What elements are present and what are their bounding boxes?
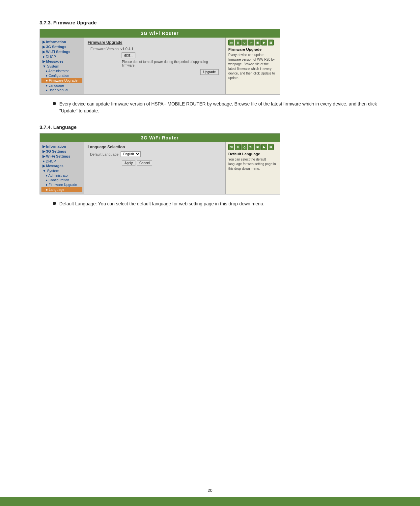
right-icons-1: 2G ▮ Q T+ ▣ ▶ ▤ [228, 40, 277, 45]
icon-2g-2: 2G [228, 144, 234, 150]
firmware-label: Firmware Version [88, 47, 121, 51]
icon-camera: ▣ [255, 40, 261, 45]
router-right-firmware: 2G ▮ Q T+ ▣ ▶ ▤ Firmware Upgrade Every d… [225, 38, 280, 94]
right-desc-language: You can select the default language for … [228, 157, 277, 171]
bullet-section-2: Default Language: You can select the def… [53, 200, 380, 207]
icon-play: ▶ [261, 40, 267, 45]
firmware-version-row: Firmware Version v1.0.4.1 [88, 47, 222, 51]
sidebar-item-information-2[interactable]: ▶ Information [42, 144, 82, 149]
right-title-firmware: Firmware Upgrade [228, 47, 277, 51]
icon-2g: 2G [228, 40, 234, 45]
apply-button[interactable]: Apply [122, 160, 135, 166]
sidebar-item-messages-1[interactable]: ▶ Messages [42, 59, 82, 64]
router-sidebar-2: ▶ Information ▶ 3G Settings ▶ Wi-Fi Sett… [40, 142, 84, 194]
sidebar-item-3g-2[interactable]: ▶ 3G Settings [42, 149, 82, 154]
page-content: 3.7.3. Firmware Upgrade 3G WiFi Router ▶… [0, 0, 420, 233]
icon-q: Q [241, 40, 247, 45]
sidebar-item-firmware-1[interactable]: ● Firmware Upgrade [42, 78, 82, 83]
bullet-item-1: Every device can update firmware version… [53, 101, 380, 114]
icon-grid: ▤ [268, 40, 274, 45]
sidebar-item-admin-1[interactable]: ● Administrator [42, 69, 82, 73]
right-desc-firmware: Every device can update firmware version… [228, 53, 277, 80]
sidebar-item-language-1[interactable]: ● Language [42, 83, 82, 88]
sidebar-item-usermanual-1[interactable]: ● User Manual [42, 88, 82, 92]
firmware-value: v1.0.4.1 [121, 47, 133, 51]
icon-camera-2: ▣ [255, 144, 261, 150]
bullet-dot-2 [53, 202, 56, 205]
router-box-language: 3G WiFi Router ▶ Information ▶ 3G Settin… [40, 133, 280, 194]
section-heading-language: 3.7.4. Language [40, 124, 380, 130]
router-box-firmware: 3G WiFi Router ▶ Information ▶ 3G Settin… [40, 29, 280, 95]
language-field-row: Default Language English 中文 [88, 151, 222, 157]
sidebar-item-language-2[interactable]: ● Language [42, 187, 82, 192]
sidebar-item-messages-2[interactable]: ▶ Messages [42, 164, 82, 168]
sidebar-item-system-2[interactable]: ▼ System [42, 168, 82, 173]
bullet-text-1: Every device can update firmware version… [59, 101, 380, 114]
router-titlebar-2: 3G WiFi Router [40, 134, 280, 142]
lang-label: Default Language [88, 152, 121, 156]
section-heading-firmware: 3.7.3. Firmware Upgrade [40, 20, 380, 25]
icon-t-2: T+ [248, 144, 254, 150]
sidebar-item-firmware-2[interactable]: ● Firmware Upgrade [42, 182, 82, 187]
icon-q-2: Q [241, 144, 247, 150]
bullet-text-2: Default Language: You can select the def… [59, 200, 265, 207]
icon-play-2: ▶ [261, 144, 267, 150]
right-icons-2: 2G ▮ Q T+ ▣ ▶ ▤ [228, 144, 277, 150]
sidebar-item-3g-1[interactable]: ▶ 3G Settings [42, 45, 82, 49]
main-title-firmware: Firmware Upgrade [88, 40, 222, 45]
icon-t: T+ [248, 40, 254, 45]
sidebar-item-dhcp-1[interactable]: ● DHCP [42, 54, 82, 59]
bullet-item-2: Default Language: You can select the def… [53, 200, 380, 207]
sidebar-item-dhcp-2[interactable]: ● DHCP [42, 159, 82, 164]
page-number: 20 [208, 488, 212, 493]
bullet-dot-1 [53, 102, 56, 105]
bullet-section-1: Every device can update firmware version… [53, 101, 380, 114]
sidebar-item-system-1[interactable]: ▼ System [42, 64, 82, 69]
browse-button[interactable]: 瀏覽... [122, 52, 135, 58]
icon-bars: ▮ [235, 40, 241, 45]
sidebar-item-information-1[interactable]: ▶ Information [42, 40, 82, 45]
router-main-language: Language Selection Default Language Engl… [84, 142, 225, 194]
browse-row: 瀏覽... [88, 52, 222, 58]
router-sidebar-1: ▶ Information ▶ 3G Settings ▶ Wi-Fi Sett… [40, 38, 84, 94]
main-title-language: Language Selection [88, 145, 222, 149]
router-titlebar-1: 3G WiFi Router [40, 29, 280, 38]
sidebar-item-wifi-2[interactable]: ▶ Wi-Fi Settings [42, 154, 82, 159]
cancel-button[interactable]: Cancel [137, 160, 152, 166]
sidebar-item-wifi-1[interactable]: ▶ Wi-Fi Settings [42, 49, 82, 54]
upgrade-button[interactable]: Upgrade [200, 69, 219, 75]
page-footer [0, 497, 420, 506]
warning-text: Please do not turn off power during the … [122, 60, 222, 67]
icon-grid-2: ▤ [268, 144, 274, 150]
sidebar-item-config-2[interactable]: ● Configuration [42, 178, 82, 182]
right-title-language: Default Language [228, 152, 277, 156]
language-select[interactable]: English 中文 [121, 151, 141, 157]
icon-bars-2: ▮ [235, 144, 241, 150]
sidebar-item-config-1[interactable]: ● Configuration [42, 73, 82, 78]
router-right-language: 2G ▮ Q T+ ▣ ▶ ▤ Default Language You can… [225, 142, 280, 194]
lang-actions-row: Apply Cancel [88, 160, 222, 166]
router-main-firmware: Firmware Upgrade Firmware Version v1.0.4… [84, 38, 225, 94]
sidebar-item-admin-2[interactable]: ● Administrator [42, 173, 82, 178]
